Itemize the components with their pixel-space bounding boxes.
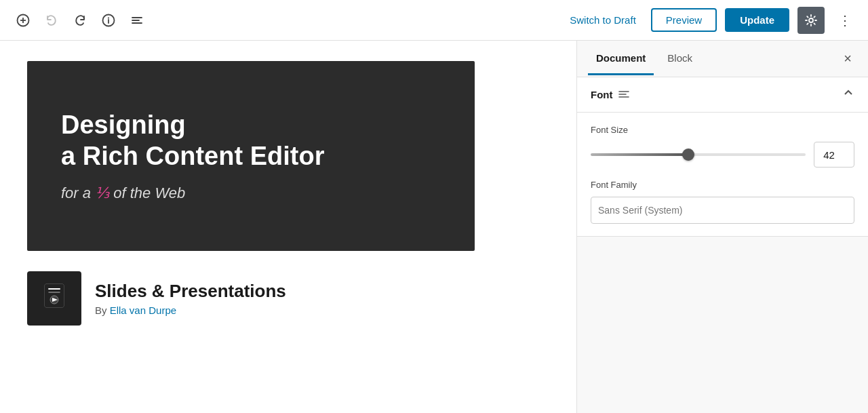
gear-icon — [804, 14, 818, 27]
info-button[interactable] — [96, 8, 121, 33]
tab-block[interactable]: Block — [659, 43, 701, 75]
plugin-icon-graphic — [39, 281, 69, 316]
font-family-label: Font Family — [591, 180, 854, 190]
font-section: Font Font Size — [577, 77, 868, 237]
add-button[interactable] — [11, 8, 35, 33]
plugin-card: Slides & Presentations By Ella van Durpe — [27, 271, 549, 326]
list-icon — [130, 13, 144, 28]
switch-to-draft-button[interactable]: Switch to Draft — [563, 10, 643, 30]
svg-point-5 — [108, 18, 109, 18]
more-dots-icon: ⋮ — [838, 12, 852, 28]
font-section-title-text: Font — [591, 89, 612, 100]
font-size-label: Font Size — [591, 125, 854, 135]
slide-subtitle-before: for a — [61, 184, 95, 201]
font-size-input[interactable] — [814, 142, 854, 168]
font-section-title: Font — [591, 89, 630, 100]
toolbar-center: Switch to Draft Preview Update ⋮ — [563, 7, 857, 34]
toolbar: Switch to Draft Preview Update ⋮ — [0, 0, 868, 41]
redo-icon — [73, 14, 87, 27]
undo-button[interactable] — [39, 8, 64, 33]
tab-document[interactable]: Document — [588, 43, 654, 75]
font-size-slider[interactable] — [591, 153, 806, 156]
panel-content: Font Font Size — [577, 77, 868, 413]
font-section-header[interactable]: Font — [577, 77, 868, 113]
slide-title-line2: a Rich Content Editor — [61, 142, 324, 170]
panel-tabs: Document Block × — [577, 41, 868, 77]
slide-subtitle-fraction: ⅓ — [95, 184, 109, 201]
slide-subtitle-after: of the Web — [109, 184, 185, 201]
plugin-author: By Ella van Durpe — [95, 304, 286, 316]
font-size-slider-row — [591, 142, 854, 168]
add-icon — [16, 14, 30, 27]
text-lines-icon — [618, 90, 630, 100]
main-area: Designing a Rich Content Editor for a ⅓ … — [0, 41, 868, 413]
redo-button[interactable] — [68, 8, 92, 33]
right-panel: Document Block × Font — [576, 41, 868, 413]
font-family-input[interactable] — [591, 197, 854, 224]
font-family-row — [591, 197, 854, 224]
slide-title-line1: Designing — [61, 111, 186, 139]
plugin-name: Slides & Presentations — [95, 281, 286, 302]
panel-close-button[interactable]: × — [838, 48, 857, 69]
font-section-toggle — [842, 87, 854, 102]
font-section-body: Font Size Font Family — [577, 113, 868, 236]
plugin-icon — [27, 271, 81, 326]
update-button[interactable]: Update — [725, 8, 789, 32]
editor-area: Designing a Rich Content Editor for a ⅓ … — [0, 41, 576, 413]
slide-subtitle: for a ⅓ of the Web — [61, 184, 441, 202]
undo-icon — [45, 14, 58, 27]
plugin-author-link[interactable]: Ella van Durpe — [110, 304, 176, 316]
svg-point-9 — [809, 18, 813, 22]
settings-button[interactable] — [797, 7, 825, 34]
chevron-up-icon — [842, 87, 854, 99]
slide-card: Designing a Rich Content Editor for a ⅓ … — [27, 61, 475, 251]
toolbar-left — [11, 8, 563, 33]
list-button[interactable] — [125, 8, 149, 33]
info-icon — [102, 14, 115, 27]
more-options-button[interactable]: ⋮ — [833, 8, 857, 33]
plugin-author-prefix: By — [95, 304, 110, 316]
slide-title: Designing a Rich Content Editor — [61, 110, 441, 172]
preview-button[interactable]: Preview — [651, 8, 717, 32]
plugin-info: Slides & Presentations By Ella van Durpe — [95, 281, 286, 316]
